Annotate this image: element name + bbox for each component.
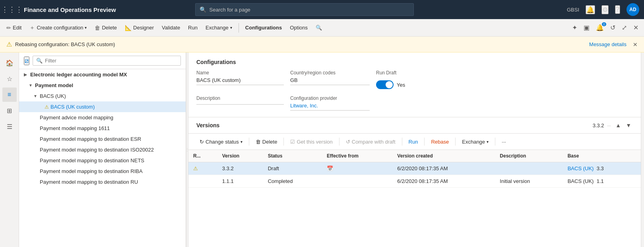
top-nav-right-icons: GBSI 🔔 ⚙ ? AD: [567, 3, 639, 16]
versions-nav-up[interactable]: ▲: [614, 121, 623, 129]
tree-item-mapping-iso[interactable]: Payment model mapping to destination ISO…: [19, 144, 186, 155]
delete-icon: 🗑: [95, 25, 100, 31]
tree-item-mapping-riba[interactable]: Payment model mapping to destination RIB…: [19, 166, 186, 177]
versions-header: Versions 3.3.2 -- ▲ ▼: [188, 117, 641, 134]
create-config-button[interactable]: ＋ Create configuration ▾: [26, 21, 90, 34]
table-row[interactable]: ⚠ 3.3.2 Draft 📅 6/2/2020 08:17:35 AM BAC…: [188, 162, 641, 175]
right-scrollbar[interactable]: [641, 53, 644, 247]
tree-item-mapping-nets[interactable]: Payment model mapping to destination NET…: [19, 155, 186, 166]
col-header-status[interactable]: Status: [263, 150, 322, 162]
row-1-effective-from: 📅: [322, 162, 392, 175]
get-this-version-button[interactable]: ☑ Get this version: [287, 136, 336, 147]
more-options-button[interactable]: ···: [499, 136, 509, 147]
validate-button[interactable]: Validate: [159, 21, 183, 34]
configurations-section-title: Configurations: [196, 59, 633, 65]
view-icon[interactable]: ▣: [581, 22, 592, 33]
vt-sep-1: [249, 138, 249, 146]
versions-nav-down[interactable]: ▼: [624, 121, 633, 129]
row-2-version-created: 6/2/2020 08:17:35 AM: [392, 175, 495, 188]
options-tab[interactable]: Options: [287, 21, 311, 34]
base-version-2: 1.1: [597, 178, 604, 184]
tree-item-mapping-ru[interactable]: Payment model mapping to destination RU: [19, 177, 186, 187]
notifications-icon[interactable]: 🔔: [586, 5, 595, 14]
edit-button[interactable]: ✏ Edit: [3, 21, 25, 34]
message-details-link[interactable]: Message details: [589, 41, 627, 47]
search-icon: 🔍: [200, 6, 206, 13]
search-bar[interactable]: 🔍 Search for a page: [195, 3, 414, 16]
collapse-icon: ▶: [24, 72, 29, 77]
calendar-icon[interactable]: 📅: [327, 165, 333, 171]
config-provider-value[interactable]: Litware, Inc.: [290, 103, 370, 111]
tree-item-bacs-uk-custom[interactable]: ⚠ BACS (UK custom): [19, 101, 186, 112]
tree-item-payment-model-1611[interactable]: Payment model mapping 1611: [19, 123, 186, 134]
filter-text-input[interactable]: [45, 58, 177, 64]
configurations-tab[interactable]: Configurations: [242, 21, 285, 34]
row-1-col-r: ⚠: [188, 162, 217, 175]
col-header-effective-from[interactable]: Effective from: [322, 150, 392, 162]
compare-with-draft-button[interactable]: ↺ Compare with draft: [343, 136, 399, 147]
exchange-chevron-icon: ▾: [487, 140, 489, 144]
grid-icon[interactable]: ⊞: [2, 103, 17, 118]
banner-close-button[interactable]: ✕: [633, 41, 638, 48]
warning-tree-icon: ⚠: [45, 104, 49, 110]
name-field-group: Name BACS (UK custom): [196, 70, 284, 89]
versions-run-button[interactable]: Run: [405, 136, 421, 147]
col-header-description[interactable]: Description: [495, 150, 563, 162]
settings-icon[interactable]: ⚙: [601, 5, 609, 14]
list-icon[interactable]: ≡: [2, 88, 17, 102]
app-grid-icon[interactable]: ⋮⋮⋮: [5, 2, 19, 17]
refresh-icon[interactable]: ↺: [608, 22, 618, 33]
row-1-base: BACS (UK) 3.3: [563, 162, 641, 175]
user-avatar[interactable]: AD: [627, 3, 639, 16]
home-icon[interactable]: 🏠: [2, 56, 17, 70]
configurations-section: Configurations Name BACS (UK custom) Cou…: [188, 53, 641, 117]
description-field-group: Description: [196, 95, 284, 111]
sparkle-icon[interactable]: ✦: [570, 22, 580, 33]
org-label: GBSI: [567, 7, 579, 13]
base-link-1[interactable]: BACS (UK): [568, 165, 594, 171]
config-provider-label: Configuration provider: [290, 95, 370, 101]
menu-icon[interactable]: ☰: [2, 119, 17, 134]
versions-table: R... Version Status Effective from Versi…: [188, 150, 641, 247]
main-toolbar: ✏ Edit ＋ Create configuration ▾ 🗑 Delete…: [0, 19, 644, 37]
run-button[interactable]: Run: [185, 21, 201, 34]
col-header-version[interactable]: Version: [217, 150, 263, 162]
search-toolbar-icon[interactable]: 🔍: [312, 21, 325, 34]
versions-title: Versions: [196, 122, 590, 128]
versions-exchange-button[interactable]: Exchange ▾: [459, 136, 492, 147]
exchange-button[interactable]: Exchange ▾: [202, 21, 235, 34]
notification-blue-icon[interactable]: 🔔0: [594, 22, 606, 33]
row-2-description: Initial version: [495, 175, 563, 188]
expanded-icon-2: ▼: [33, 94, 38, 98]
filter-input-container[interactable]: 🔍: [33, 56, 181, 66]
tree-item-bacs-uk[interactable]: ▼ BACS (UK): [19, 91, 186, 101]
search-placeholder: Search for a page: [209, 7, 250, 13]
expanded-icon: ▼: [29, 83, 33, 88]
close-icon-toolbar[interactable]: ✕: [631, 22, 641, 33]
tree-item-electronic-ledger[interactable]: ▶ Electronic ledger accounting model MX: [19, 69, 186, 80]
expand-icon[interactable]: ⤢: [619, 22, 629, 33]
run-draft-toggle[interactable]: [376, 80, 394, 89]
run-draft-field-group: Run Draft Yes: [376, 70, 456, 89]
app-title: Finance and Operations Preview: [24, 6, 116, 13]
tree-item-payment-advice[interactable]: Payment advice model mapping: [19, 112, 186, 123]
tree-item-mapping-esr[interactable]: Payment model mapping to destination ESR: [19, 134, 186, 144]
star-icon[interactable]: ☆: [2, 72, 17, 86]
name-label: Name: [196, 70, 284, 76]
col-header-version-created[interactable]: Version created: [392, 150, 495, 162]
config-provider-field-group: Configuration provider Litware, Inc.: [290, 95, 370, 111]
help-icon[interactable]: ?: [615, 5, 620, 14]
delete-button[interactable]: 🗑 Delete: [91, 21, 120, 34]
tree-item-payment-model[interactable]: ▼ Payment model: [19, 80, 186, 91]
designer-button[interactable]: 📐 Designer: [122, 21, 157, 34]
col-header-base[interactable]: Base: [563, 150, 641, 162]
vt-sep-5: [424, 138, 425, 146]
row-1-version-created: 6/2/2020 08:17:35 AM: [392, 162, 495, 175]
filter-icon[interactable]: ⧄: [24, 56, 29, 65]
table-row[interactable]: 1.1.1 Completed 6/2/2020 08:17:35 AM Ini…: [188, 175, 641, 188]
change-status-button[interactable]: ↻ Change status ▾: [196, 136, 246, 147]
rebase-button[interactable]: Rebase: [428, 136, 452, 147]
filter-search-icon: 🔍: [36, 58, 43, 64]
versions-delete-button[interactable]: 🗑 Delete: [252, 136, 281, 147]
row-1-description: [495, 162, 563, 175]
